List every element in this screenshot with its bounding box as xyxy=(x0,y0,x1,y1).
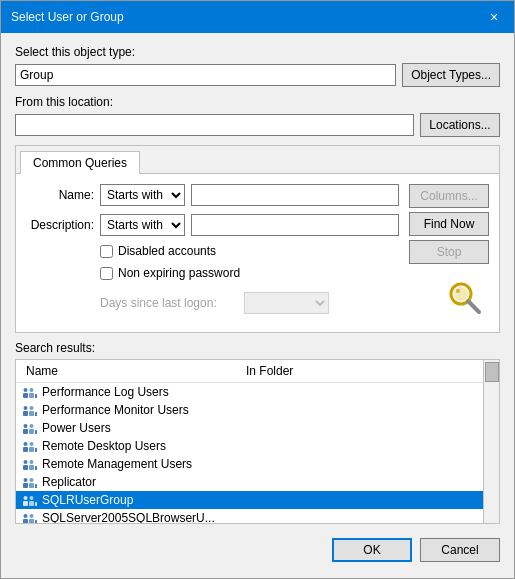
svg-rect-31 xyxy=(29,483,34,488)
description-field-input[interactable] xyxy=(191,214,399,236)
tab-bar: Common Queries xyxy=(16,146,499,174)
table-row[interactable]: SQLServer2005SQLBrowserU... xyxy=(16,509,483,523)
svg-rect-21 xyxy=(29,447,34,452)
disabled-accounts-label: Disabled accounts xyxy=(118,244,216,258)
name-field-row: Name: Starts with xyxy=(26,184,399,206)
close-button[interactable]: × xyxy=(484,7,504,27)
svg-rect-38 xyxy=(35,502,37,506)
svg-rect-11 xyxy=(29,411,34,416)
svg-rect-41 xyxy=(29,519,34,523)
common-queries-tab[interactable]: Common Queries xyxy=(20,151,140,174)
svg-rect-43 xyxy=(35,520,37,523)
cancel-button[interactable]: Cancel xyxy=(420,538,500,562)
result-name: Power Users xyxy=(42,421,242,435)
results-wrapper: Name In Folder Performance Log Users Per… xyxy=(15,359,500,524)
search-icon-area xyxy=(409,268,489,322)
ok-button[interactable]: OK xyxy=(332,538,412,562)
object-types-button[interactable]: Object Types... xyxy=(402,63,500,87)
description-field-row: Description: Starts with xyxy=(26,214,399,236)
svg-point-22 xyxy=(30,442,34,446)
svg-point-32 xyxy=(30,478,34,482)
svg-point-12 xyxy=(30,406,34,410)
queries-panel: Common Queries Name: Starts with Descrip… xyxy=(15,145,500,333)
table-row[interactable]: Performance Log Users xyxy=(16,383,483,401)
svg-point-7 xyxy=(30,388,34,392)
search-results-label: Search results: xyxy=(15,341,500,355)
svg-point-30 xyxy=(24,478,28,482)
scrollbar[interactable] xyxy=(483,360,499,523)
svg-point-10 xyxy=(24,406,28,410)
name-field-label: Name: xyxy=(26,188,94,202)
logon-select[interactable] xyxy=(244,292,329,314)
dialog-buttons: OK Cancel xyxy=(15,534,500,566)
group-icon xyxy=(22,402,38,418)
svg-rect-34 xyxy=(23,501,28,506)
svg-rect-13 xyxy=(35,412,37,416)
group-icon xyxy=(22,456,38,472)
svg-point-35 xyxy=(24,496,28,500)
results-inner: Name In Folder Performance Log Users Per… xyxy=(16,360,483,523)
queries-right: Columns... Find Now Stop xyxy=(409,184,489,322)
result-name: Replicator xyxy=(42,475,242,489)
nonexpiring-password-row: Non expiring password xyxy=(100,266,399,280)
svg-rect-14 xyxy=(23,429,28,434)
location-label: From this location: xyxy=(15,95,500,109)
object-type-input[interactable] xyxy=(15,64,396,86)
locations-button[interactable]: Locations... xyxy=(420,113,500,137)
find-now-button[interactable]: Find Now xyxy=(409,212,489,236)
select-user-group-dialog: Select User or Group × Select this objec… xyxy=(0,0,515,579)
svg-point-15 xyxy=(24,424,28,428)
table-row[interactable]: Replicator xyxy=(16,473,483,491)
name-field-input[interactable] xyxy=(191,184,399,206)
object-type-row: Object Types... xyxy=(15,63,500,87)
nonexpiring-password-checkbox[interactable] xyxy=(100,267,113,280)
svg-point-5 xyxy=(24,388,28,392)
disabled-accounts-row: Disabled accounts xyxy=(100,244,399,258)
results-header-folder: In Folder xyxy=(242,362,477,380)
columns-button[interactable]: Columns... xyxy=(409,184,489,208)
nonexpiring-password-label: Non expiring password xyxy=(118,266,240,280)
search-magnifier-icon xyxy=(445,278,485,318)
table-row[interactable]: Performance Monitor Users xyxy=(16,401,483,419)
svg-line-2 xyxy=(468,301,479,312)
location-row: Locations... xyxy=(15,113,500,137)
object-type-label: Select this object type: xyxy=(15,45,500,59)
results-list: Performance Log Users Performance Monito… xyxy=(16,383,483,523)
result-name: Remote Management Users xyxy=(42,457,242,471)
svg-rect-28 xyxy=(35,466,37,470)
svg-point-40 xyxy=(24,514,28,518)
dialog-title: Select User or Group xyxy=(11,10,124,24)
location-input[interactable] xyxy=(15,114,414,136)
result-name: SQLRUserGroup xyxy=(42,493,242,507)
queries-left: Name: Starts with Description: Starts wi… xyxy=(26,184,399,322)
queries-content: Name: Starts with Description: Starts wi… xyxy=(16,174,499,332)
svg-rect-24 xyxy=(23,465,28,470)
table-row[interactable]: SQLRUserGroup xyxy=(16,491,483,509)
disabled-accounts-checkbox[interactable] xyxy=(100,245,113,258)
svg-rect-26 xyxy=(29,465,34,470)
svg-point-27 xyxy=(30,460,34,464)
svg-rect-23 xyxy=(35,448,37,452)
svg-rect-39 xyxy=(23,519,28,523)
svg-rect-16 xyxy=(29,429,34,434)
svg-point-3 xyxy=(456,289,460,293)
table-row[interactable]: Remote Desktop Users xyxy=(16,437,483,455)
result-name: Performance Log Users xyxy=(42,385,242,399)
group-icon xyxy=(22,510,38,523)
table-row[interactable]: Remote Management Users xyxy=(16,455,483,473)
table-row[interactable]: Power Users xyxy=(16,419,483,437)
description-starts-select[interactable]: Starts with xyxy=(100,214,185,236)
svg-point-42 xyxy=(30,514,34,518)
group-icon xyxy=(22,384,38,400)
results-header: Name In Folder xyxy=(16,360,483,383)
results-header-name: Name xyxy=(22,362,242,380)
result-name: SQLServer2005SQLBrowserU... xyxy=(42,511,242,523)
svg-rect-9 xyxy=(23,411,28,416)
svg-rect-29 xyxy=(23,483,28,488)
stop-button[interactable]: Stop xyxy=(409,240,489,264)
group-icon xyxy=(22,420,38,436)
svg-rect-18 xyxy=(35,430,37,434)
name-starts-select[interactable]: Starts with xyxy=(100,184,185,206)
dialog-body: Select this object type: Object Types...… xyxy=(1,33,514,578)
description-field-label: Description: xyxy=(26,218,94,232)
